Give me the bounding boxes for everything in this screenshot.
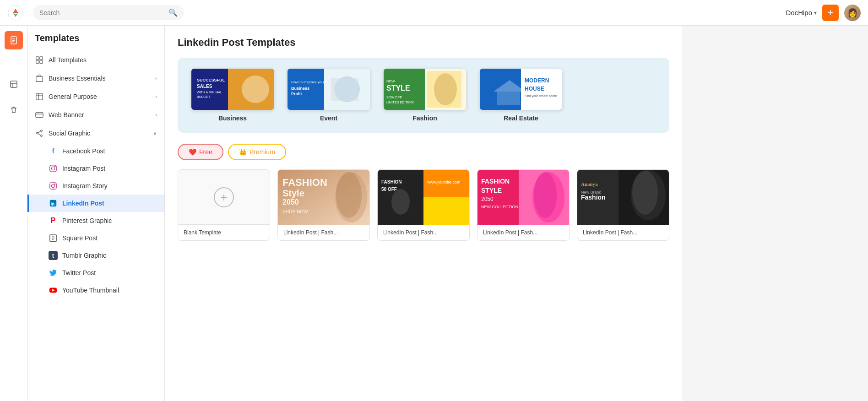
sidebar-item-business-essentials[interactable]: Business Essentials › [27,69,164,87]
category-real-estate-label: Real Estate [504,114,538,122]
svg-text:STYLE: STYLE [481,187,502,194]
fashion3-thumb: FASHION STYLE 2050 NEW COLLECTION [477,170,569,225]
instagram-post-label: Instagram Post [62,165,105,172]
search-box[interactable]: 🔍 [33,5,184,20]
pages-icon [9,80,18,89]
svg-rect-11 [40,60,43,63]
twitter-post-label: Twitter Post [62,269,96,276]
svg-text:2050: 2050 [282,198,299,206]
svg-text:MODERN: MODERN [525,77,549,84]
facebook-post-label: Facebook Post [62,147,105,155]
document-icon [9,36,18,45]
tab-premium[interactable]: 👑 Premium [228,144,286,160]
svg-rect-8 [36,57,39,60]
youtube-icon [49,286,58,295]
svg-point-87 [534,172,557,218]
template-fashion3[interactable]: FASHION STYLE 2050 NEW COLLECTION Linked… [477,169,570,241]
template-blank[interactable]: + Blank Template [178,169,270,241]
svg-point-23 [54,166,55,167]
sidebar-sub-item-twitter-post[interactable]: Twitter Post [27,264,164,282]
avatar[interactable]: 👩 [844,5,861,21]
svg-rect-48 [331,78,358,101]
icon-bar-templates[interactable] [5,31,23,49]
sidebar-sub-item-tumblr-graphic[interactable]: t Tumblr Graphic [27,247,164,264]
icon-bar [0,26,27,401]
icon-bar-trash[interactable] [5,101,23,119]
general-purpose-label: General Purpose [49,93,97,100]
svg-text:SHOP NOW: SHOP NOW [282,209,308,214]
svg-text:www.yoursite.com: www.yoursite.com [427,180,461,184]
template-fashion1[interactable]: FASHION Style 2050 SHOP NOW LinkedIn Pos… [277,169,370,241]
brand-name: DocHipo [786,9,812,16]
sidebar-sub-item-pinterest-graphic[interactable]: P Pinterest Graphic [27,212,164,229]
category-event[interactable]: How to Improve your Business Profit Even… [288,69,370,122]
tabs-row: ❤️ Free 👑 Premium [178,144,669,160]
fashion2-thumb: FASHION 50 OFF www.yoursite.com [378,170,469,225]
svg-text:in: in [51,201,55,206]
category-banner: SUCCESSFUL SALES WITH A MINIMAL BUDGET B… [178,58,669,133]
sidebar-sub-item-instagram-post[interactable]: Instagram Post [27,160,164,177]
blank-template-thumb: + [178,170,270,225]
square-post-icon [49,233,58,243]
sidebar-item-all-templates[interactable]: All Templates [27,51,164,69]
svg-rect-24 [50,183,56,189]
plus-circle-icon: + [214,187,234,207]
svg-rect-13 [36,93,43,100]
sidebar-sub-item-linkedin-post[interactable]: in LinkedIn Post [27,195,164,212]
brand-dropdown[interactable]: DocHipo ▾ [786,9,817,16]
category-real-estate-thumb: MODERN HOUSE Find your dream home [480,69,562,110]
sidebar-sub-item-youtube-thumbnail[interactable]: YouTube Thumbnail [27,282,164,299]
category-business-thumb: SUCCESSFUL SALES WITH A MINIMAL BUDGET [191,69,274,110]
svg-text:NEW: NEW [386,79,395,83]
category-business[interactable]: SUCCESSFUL SALES WITH A MINIMAL BUDGET B… [191,69,274,122]
template-fashion2[interactable]: FASHION 50 OFF www.yoursite.com LinkedIn… [377,169,470,241]
svg-text:BUDGET: BUDGET [197,95,211,98]
sidebar-item-web-banner[interactable]: Web Banner › [27,106,164,124]
svg-point-16 [41,130,43,132]
add-button[interactable]: + [822,5,839,21]
svg-point-71 [336,172,362,218]
svg-text:30% OFF: 30% OFF [386,95,402,99]
fashion1-thumb: FASHION Style 2050 SHOP NOW [278,170,369,225]
instagram-post-icon [49,164,58,173]
svg-line-19 [38,131,40,133]
square-post-label: Square Post [62,234,98,242]
tab-free[interactable]: ❤️ Free [178,144,223,160]
sidebar-sub-item-facebook-post[interactable]: f Facebook Post [27,142,164,160]
search-input[interactable] [39,9,165,16]
sidebar-sub-item-instagram-story[interactable]: Instagram Story [27,177,164,195]
premium-tab-icon: 👑 [239,148,247,156]
svg-rect-9 [40,57,43,60]
icon-bar-pages[interactable] [5,75,23,93]
svg-text:FASHION: FASHION [282,177,327,188]
sidebar-item-general-purpose[interactable]: General Purpose › [27,87,164,106]
sidebar-item-social-graphic[interactable]: Social Graphic ∨ [27,124,164,142]
svg-text:Profit: Profit [291,92,302,96]
svg-text:FASHION: FASHION [381,179,401,184]
svg-point-79 [391,189,410,215]
svg-rect-12 [36,76,43,81]
linkedin-icon: in [49,199,58,208]
web-banner-icon [35,110,44,119]
svg-text:Fashion: Fashion [581,194,606,201]
sidebar-sub-item-square-post[interactable]: Square Post [27,229,164,247]
svg-text:NEW COLLECTION: NEW COLLECTION [481,205,518,209]
svg-text:Ananya: Ananya [581,181,598,187]
template-fashion4[interactable]: Ananya New Brand Fashion LinkedIn Post |… [577,169,669,241]
svg-text:Style: Style [282,188,304,198]
logo[interactable] [7,5,24,21]
free-tab-icon: ❤️ [189,148,196,156]
blank-template-label: Blank Template [178,225,270,240]
facebook-icon: f [49,146,58,156]
pinterest-icon: P [49,216,58,225]
category-real-estate[interactable]: MODERN HOUSE Find your dream home Real E… [480,69,562,122]
category-business-label: Business [218,114,247,122]
svg-point-26 [54,184,55,184]
dropdown-icon: ▾ [814,10,817,16]
category-fashion[interactable]: NEW STYLE 30% OFF LIMITED EDITION! Fashi… [384,69,466,122]
twitter-icon [49,268,58,277]
instagram-story-icon [49,181,58,190]
general-purpose-chevron: › [155,93,157,100]
svg-rect-63 [497,92,520,105]
fashion3-label: LinkedIn Post | Fash... [477,225,569,240]
